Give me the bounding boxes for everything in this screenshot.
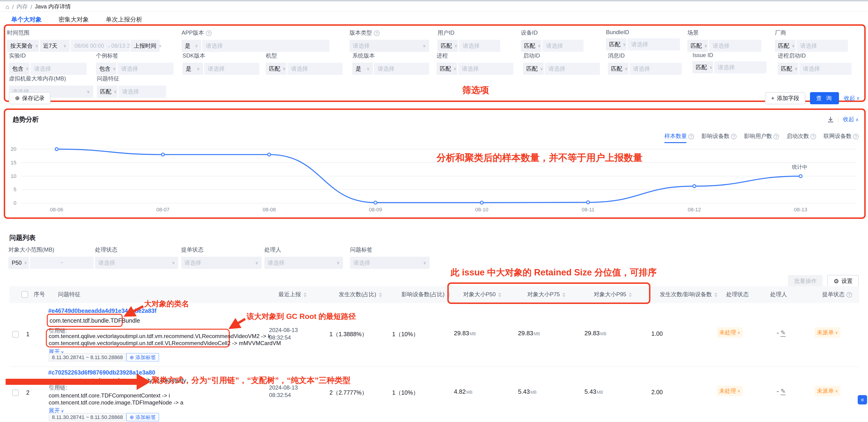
column-header-序号: 序号 bbox=[34, 291, 45, 298]
dropdown-select[interactable]: 匹配∨ bbox=[687, 40, 708, 52]
text-input[interactable]: ~ bbox=[30, 257, 94, 269]
metric-tab-样本数量[interactable]: 样本数量? bbox=[664, 132, 694, 144]
column-header-对象大小P95[interactable]: 对象大小P95 bbox=[594, 291, 632, 298]
text-input[interactable]: 请选择 bbox=[118, 86, 166, 98]
column-header-对象大小P75[interactable]: 对象大小P75 bbox=[527, 291, 565, 298]
row-checkbox[interactable] bbox=[12, 390, 19, 396]
text-input[interactable]: 请选择 bbox=[542, 40, 584, 52]
metric-tab-联网设备数[interactable]: 联网设备数? bbox=[824, 132, 859, 144]
filter-label: 虚拟机最大堆内存(MB) bbox=[9, 75, 93, 83]
filter-collapse-link[interactable]: 收起 ∧ bbox=[844, 94, 860, 102]
dropdown-select[interactable]: 请选择∨ bbox=[265, 257, 343, 269]
version-range-tag: 8.11.30.28741 ~ 8.11.50.28868 bbox=[49, 353, 126, 361]
dropdown-select[interactable]: 是∨ bbox=[183, 63, 203, 75]
assignee-cell[interactable]: -✎ bbox=[777, 329, 786, 336]
column-header-对象大小P50[interactable]: 对象大小P50 bbox=[463, 291, 501, 298]
text-input[interactable]: 请选择 bbox=[797, 40, 848, 52]
column-header-影响设备数(占比)[interactable]: 影响设备数(占比) bbox=[401, 291, 450, 298]
text-input[interactable]: 请选择 bbox=[629, 63, 682, 75]
dropdown-select[interactable]: 匹配∨ bbox=[608, 63, 628, 75]
text-input[interactable]: 请选择 bbox=[709, 40, 761, 52]
settings-button[interactable]: ⚙ 设置 bbox=[828, 275, 859, 287]
sort-caret-icon[interactable] bbox=[715, 292, 718, 297]
dropdown-select[interactable]: 匹配∨ bbox=[437, 63, 457, 75]
filter-controls: 请选择∨ bbox=[95, 257, 178, 269]
download-icon[interactable] bbox=[828, 116, 834, 123]
filter-panel: 时间范围按天聚合∨近7天∨08/06 00:00 →08/13 23:59上报时… bbox=[4, 24, 866, 102]
text-input[interactable]: 请选择 bbox=[458, 63, 513, 75]
sort-caret-icon[interactable] bbox=[447, 292, 450, 297]
metric-tab-启动次数[interactable]: 启动次数? bbox=[786, 132, 816, 144]
sort-caret-icon[interactable] bbox=[304, 292, 307, 297]
sort-caret-icon[interactable] bbox=[499, 292, 501, 297]
dropdown-select[interactable]: 近7天∨ bbox=[40, 40, 70, 52]
filter-group-问题特征: 问题特征匹配∨请选择 bbox=[97, 75, 166, 98]
dropdown-select[interactable]: 包含∨ bbox=[96, 63, 117, 75]
ticket-status-badge[interactable]: 未派单∨ bbox=[815, 327, 840, 337]
column-header-发生次数/影响设备数[interactable]: 发生次数/影响设备数 bbox=[660, 291, 718, 298]
add-field-button[interactable]: + 添加字段 bbox=[765, 92, 805, 104]
trend-line-chart: 0510152008-0608-0708-0808-0908-1008-1108… bbox=[5, 145, 867, 217]
dropdown-select[interactable]: 匹配∨ bbox=[778, 63, 798, 75]
status-badge[interactable]: 未处理∨ bbox=[717, 386, 743, 396]
dropdown-select[interactable]: 请选择∨ bbox=[350, 257, 430, 269]
dropdown-select[interactable]: 请选择∨ bbox=[181, 257, 261, 269]
text-input[interactable]: 请选择 bbox=[374, 63, 429, 75]
issue-hash-link[interactable]: #c70252263d6f987690db23928a1e3a80 bbox=[48, 369, 155, 376]
dropdown-select[interactable]: 请选择∨ bbox=[349, 40, 429, 52]
dropdown-select[interactable]: 匹配∨ bbox=[606, 38, 626, 51]
text-input[interactable]: 请选择 bbox=[799, 63, 851, 75]
svg-text:08-11: 08-11 bbox=[582, 207, 594, 213]
text-input[interactable]: 请选择 bbox=[30, 63, 87, 75]
dropdown-select[interactable]: 是∨ bbox=[352, 63, 373, 75]
sort-caret-icon[interactable] bbox=[563, 292, 565, 297]
dropdown-select[interactable]: 匹配∨ bbox=[97, 86, 118, 98]
dropdown-select[interactable]: 匹配∨ bbox=[521, 40, 541, 52]
metric-tab-影响设备数[interactable]: 影响设备数? bbox=[702, 132, 737, 144]
column-header-最近上报[interactable]: 最近上报 bbox=[278, 291, 307, 298]
batch-operation-button[interactable]: 批量操作 bbox=[788, 275, 823, 287]
assignee-cell[interactable]: -✎ bbox=[777, 388, 786, 395]
dropdown-select[interactable]: 匹配∨ bbox=[523, 63, 544, 75]
dropdown-select[interactable]: P50∨ bbox=[8, 257, 29, 269]
collapse-label: 收起 bbox=[843, 116, 854, 124]
dropdown-select[interactable]: 匹配∨ bbox=[692, 61, 713, 73]
breadcrumb-item-memory[interactable]: 内存 bbox=[17, 3, 28, 11]
row-checkbox[interactable] bbox=[12, 331, 19, 337]
metric-tab-影响用户数[interactable]: 影响用户数? bbox=[744, 132, 779, 144]
dropdown-select[interactable]: 匹配∨ bbox=[437, 40, 458, 52]
status-badge[interactable]: 未处理∨ bbox=[717, 327, 743, 337]
annotation-filter: 筛选项 bbox=[462, 84, 489, 96]
sort-caret-icon[interactable] bbox=[379, 292, 382, 297]
query-button[interactable]: 查 询 bbox=[810, 92, 839, 104]
trend-collapse-link[interactable]: 收起 ∧ bbox=[843, 116, 859, 124]
dropdown-select[interactable]: 请选择∨ bbox=[95, 257, 178, 269]
date-range-input[interactable]: 08/06 00:00 →08/13 23:59 bbox=[71, 40, 130, 52]
ticket-status-badge[interactable]: 未派单∨ bbox=[815, 386, 840, 396]
text-input[interactable]: 请选择 bbox=[459, 40, 500, 52]
home-icon[interactable]: ⌂ bbox=[6, 3, 9, 10]
dropdown-select[interactable]: 是∨ bbox=[182, 40, 201, 52]
text-input[interactable]: 请选择 bbox=[545, 63, 600, 75]
large-object-class-name: com.tencent.tdf.bundle.TDFBundle bbox=[50, 318, 140, 324]
text-input[interactable]: 请选择 bbox=[118, 63, 174, 75]
save-record-button[interactable]: ⊕ 保存记录 bbox=[9, 92, 51, 104]
add-tag-button[interactable]: ⊕添加标签 bbox=[126, 413, 159, 421]
dropdown-select[interactable]: 包含∨ bbox=[9, 63, 29, 75]
question-circle-icon: ? bbox=[846, 292, 852, 297]
dropdown-select[interactable]: 匹配∨ bbox=[266, 63, 286, 75]
sort-caret-icon[interactable] bbox=[629, 292, 632, 297]
dropdown-select[interactable]: 匹配∨ bbox=[775, 40, 796, 52]
text-input[interactable]: 请选择 bbox=[204, 63, 259, 75]
column-header-发生次数(占比)[interactable]: 发生次数(占比) bbox=[339, 291, 382, 298]
feedback-float-button[interactable]: ≡ bbox=[858, 395, 867, 404]
dropdown-select[interactable]: 按天聚合∨ bbox=[7, 40, 39, 52]
text-input[interactable]: 请选择 bbox=[202, 40, 330, 52]
dropdown-select[interactable]: 上报时间∨ bbox=[130, 40, 160, 52]
text-input[interactable]: 请选择 bbox=[287, 63, 343, 75]
text-input[interactable]: 请选择 bbox=[627, 38, 680, 51]
issue-hash-link[interactable]: #e46749d0beaeadda4d91e34dcbe2a83f bbox=[48, 308, 157, 314]
select-all-checkbox[interactable] bbox=[22, 291, 28, 298]
text-input[interactable]: 请选择 bbox=[714, 61, 767, 73]
add-tag-button[interactable]: ⊕添加标签 bbox=[126, 353, 159, 361]
